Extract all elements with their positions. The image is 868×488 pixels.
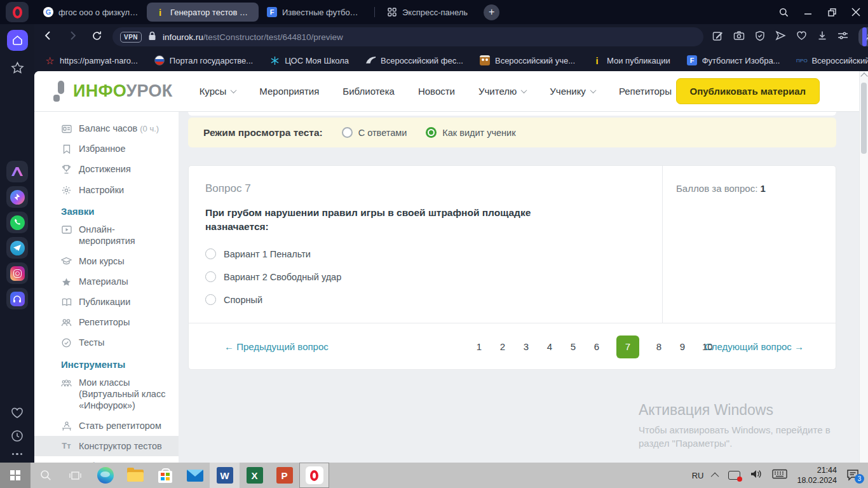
scrollbar-thumb[interactable] xyxy=(861,83,867,154)
notifications-icon[interactable]: 3 xyxy=(846,469,860,482)
page-5[interactable]: 5 xyxy=(569,341,577,352)
infourok-logo-text[interactable]: ИНФОУРОК xyxy=(73,81,173,101)
page-6[interactable]: 6 xyxy=(593,341,600,352)
radio-off-icon[interactable] xyxy=(205,248,216,259)
radio-off-icon[interactable] xyxy=(205,271,216,282)
bookmark-uchebnik[interactable]: Всероссийский уче... xyxy=(480,55,575,66)
tab-speed-dial[interactable]: Экспресс-панель xyxy=(379,3,476,22)
word-taskbar-icon[interactable]: W xyxy=(210,463,240,488)
answer-option-1[interactable]: Вариант 1 Пенальти xyxy=(205,248,341,259)
url-field[interactable]: VPN infourok.ru/testConstructor/test/644… xyxy=(112,27,703,46)
store-taskbar-icon[interactable] xyxy=(150,463,180,488)
page-10[interactable]: 10 xyxy=(702,341,713,352)
sidebar-item-materials[interactable]: Материалы xyxy=(34,271,179,292)
tab-test-generator-active[interactable]: i Генератор тестов - Пров xyxy=(147,3,259,22)
reload-button[interactable] xyxy=(92,30,102,44)
bookmarks-star-icon[interactable] xyxy=(11,62,24,77)
answer-option-3[interactable]: Спорный xyxy=(205,294,341,305)
volume-icon[interactable] xyxy=(750,469,763,482)
opera-taskbar-icon[interactable] xyxy=(299,463,329,488)
sidebar-item-tutors[interactable]: Репетиторы xyxy=(34,312,179,332)
bookmark-fest[interactable]: Всероссийский фес... xyxy=(365,55,463,66)
bookmark-gosuslugi[interactable]: Портал государстве... xyxy=(154,55,253,66)
screen-record-icon[interactable] xyxy=(728,471,740,480)
bookmark-ped[interactable]: ПРО Всероссийский пед... xyxy=(796,55,868,66)
history-clock-icon[interactable] xyxy=(11,430,24,445)
page-9[interactable]: 9 xyxy=(679,341,686,352)
sidebar-item-online-events[interactable]: Онлайн-мероприятия xyxy=(34,219,179,251)
file-explorer-taskbar-icon[interactable] xyxy=(120,463,150,488)
downloads-icon[interactable] xyxy=(817,30,827,43)
compose-icon[interactable] xyxy=(712,30,723,44)
favorites-heart-icon[interactable] xyxy=(796,30,807,43)
nav-news[interactable]: Новости xyxy=(418,86,455,97)
excel-taskbar-icon[interactable]: X xyxy=(240,463,269,488)
restore-button[interactable] xyxy=(820,0,844,24)
radio-off-icon[interactable] xyxy=(205,294,216,305)
back-button[interactable] xyxy=(43,30,53,43)
speed-dial-home-icon[interactable] xyxy=(7,30,28,51)
start-button[interactable] xyxy=(0,463,31,488)
publish-material-button[interactable]: Опубликовать материал xyxy=(676,78,820,104)
lock-icon[interactable] xyxy=(148,31,156,43)
nav-student[interactable]: Ученику xyxy=(550,86,595,97)
opera-menu-button[interactable] xyxy=(6,2,29,22)
sidebar-item-become-tutor[interactable]: Стать репетитором xyxy=(34,416,179,436)
page-2[interactable]: 2 xyxy=(499,341,506,352)
forward-button[interactable] xyxy=(67,30,78,43)
bookmark-footballer[interactable]: F Футболист Изобра... xyxy=(687,55,780,66)
page-7-active[interactable]: 7 xyxy=(616,336,639,358)
nav-courses[interactable]: Курсы xyxy=(200,86,236,97)
radio-as-student[interactable]: Как видит ученик xyxy=(426,127,515,138)
sidebar-item-my-courses[interactable]: Мои курсы xyxy=(34,251,179,271)
page-4[interactable]: 4 xyxy=(546,341,553,352)
easy-setup-sliders-icon[interactable] xyxy=(837,31,848,43)
prev-question-link[interactable]: ← Предыдущий вопрос xyxy=(224,341,329,352)
powerpoint-taskbar-icon[interactable]: P xyxy=(269,463,299,488)
tab-fgos[interactable]: G фгос ооо о физкультуре xyxy=(35,3,147,22)
page-3[interactable]: 3 xyxy=(522,341,530,352)
player-headphones-icon[interactable] xyxy=(6,288,28,309)
mail-taskbar-icon[interactable] xyxy=(180,463,210,488)
page-1[interactable]: 1 xyxy=(475,341,483,352)
scroll-up-icon[interactable] xyxy=(860,72,867,79)
telegram-icon[interactable] xyxy=(6,237,28,259)
sidebar-item-my-classes[interactable]: Мои классы (Виртуальный класс «Инфоурок»… xyxy=(34,372,179,416)
vpn-badge[interactable]: VPN xyxy=(120,32,142,43)
more-icon[interactable] xyxy=(12,453,23,456)
heart-icon[interactable] xyxy=(11,407,24,421)
adblock-shield-icon[interactable] xyxy=(755,30,765,44)
nav-tutors[interactable]: Репетиторы xyxy=(619,86,672,97)
page-8[interactable]: 8 xyxy=(655,341,663,352)
taskbar-search-button[interactable] xyxy=(31,463,60,488)
radio-off-icon[interactable] xyxy=(342,127,353,138)
bookmark-pamyat-naroda[interactable]: ☆ https://pamyat-naro... xyxy=(44,55,138,66)
tab-search-icon[interactable] xyxy=(771,0,796,24)
nav-events[interactable]: Мероприятия xyxy=(259,86,319,97)
edge-taskbar-icon[interactable] xyxy=(90,463,120,488)
radio-on-icon[interactable] xyxy=(426,127,437,138)
infourok-logo-icon[interactable] xyxy=(53,81,67,102)
nav-teacher[interactable]: Учителю xyxy=(478,86,526,97)
new-tab-button[interactable]: + xyxy=(484,4,499,20)
messenger-icon[interactable] xyxy=(6,186,28,208)
sidebar-item-settings[interactable]: Настройки xyxy=(34,180,179,200)
sidebar-item-publications[interactable]: Публикации xyxy=(34,292,179,312)
sidebar-item-tests[interactable]: Тесты xyxy=(34,332,179,353)
sidebar-item-balance[interactable]: Баланс часов (0 ч.) xyxy=(34,118,179,139)
minimize-button[interactable] xyxy=(796,0,820,24)
tab-footballers[interactable]: F Известные футболисты В xyxy=(259,3,370,22)
task-view-button[interactable] xyxy=(60,463,90,488)
nav-library[interactable]: Библиотека xyxy=(342,86,395,97)
next-question-link[interactable]: Следующий вопрос → xyxy=(705,341,804,352)
page-scrollbar[interactable] xyxy=(859,71,868,463)
answer-option-2[interactable]: Вариант 2 Свободный удар xyxy=(205,271,341,282)
radio-with-answers[interactable]: С ответами xyxy=(342,127,407,138)
instagram-icon[interactable] xyxy=(6,262,28,284)
touch-keyboard-icon[interactable] xyxy=(772,469,787,482)
language-indicator[interactable]: RU xyxy=(692,471,704,480)
hidden-icons-chevron[interactable] xyxy=(711,472,719,480)
whatsapp-icon[interactable] xyxy=(6,212,28,233)
sidebar-item-work-programs[interactable]: Рабочие программы xyxy=(34,456,179,463)
aria-icon[interactable] xyxy=(6,161,28,182)
